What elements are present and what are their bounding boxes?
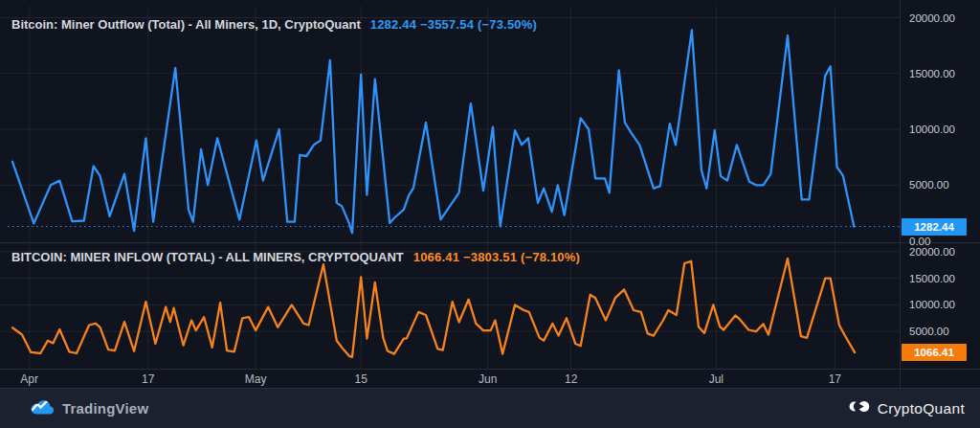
tradingview-label: TradingView [62,400,148,417]
price-axis-label: 15000.00 [909,272,955,285]
time-axis[interactable]: Apr17May15Jun12Jul17 [0,370,980,388]
last-price-badge-inflow: 1066.41 [902,344,967,361]
time-axis-label: Apr [7,372,53,386]
chart-window: Bitcoin: Miner Outflow (Total) - All Min… [0,0,980,428]
time-axis-label: 17 [812,372,858,386]
price-axis-label: 20000.00 [909,245,955,259]
time-axis-label: 17 [125,372,171,386]
tradingview-logo-icon [29,397,55,419]
attribution-bar: TradingView CryptoQuant [0,388,980,428]
legend-inflow-title: BITCOIN: MINER INFLOW (TOTAL) - ALL MINE… [11,250,404,264]
legend-miner-outflow[interactable]: Bitcoin: Miner Outflow (Total) - All Min… [11,17,537,32]
price-axis-label: 5000.00 [909,178,949,191]
price-axis-label: 15000.00 [909,67,955,80]
time-axis-label: 12 [548,372,594,386]
price-axis[interactable]: 20000.0015000.0010000.005000.000.0020000… [901,0,980,369]
price-axis-label: 20000.00 [909,11,955,25]
time-axis-label: 15 [338,372,384,386]
legend-outflow-values: 1282.44 −3557.54 (−73.50%) [370,17,537,32]
cryptoquant-link[interactable]: CryptoQuant [849,398,965,418]
legend-inflow-values: 1066.41 −3803.51 (−78.10%) [413,250,580,264]
price-axis-label: 5000.00 [909,325,949,338]
cryptoquant-logo-icon [849,398,870,418]
chart-plot-area[interactable] [0,0,980,428]
outflow-series-line [12,30,854,233]
time-axis-label: Jun [465,372,511,386]
time-axis-label: May [233,372,278,386]
legend-miner-inflow[interactable]: BITCOIN: MINER INFLOW (TOTAL) - ALL MINE… [11,250,580,264]
legend-outflow-title: Bitcoin: Miner Outflow (Total) - All Min… [11,17,361,32]
time-axis-label: Jul [693,372,739,386]
cryptoquant-label: CryptoQuant [878,400,965,417]
last-price-badge-outflow: 1282.44 [902,218,967,236]
tradingview-link[interactable]: TradingView [29,397,148,419]
inflow-series-line [12,259,855,357]
price-axis-label: 10000.00 [909,298,955,311]
price-axis-label: 10000.00 [909,123,955,136]
